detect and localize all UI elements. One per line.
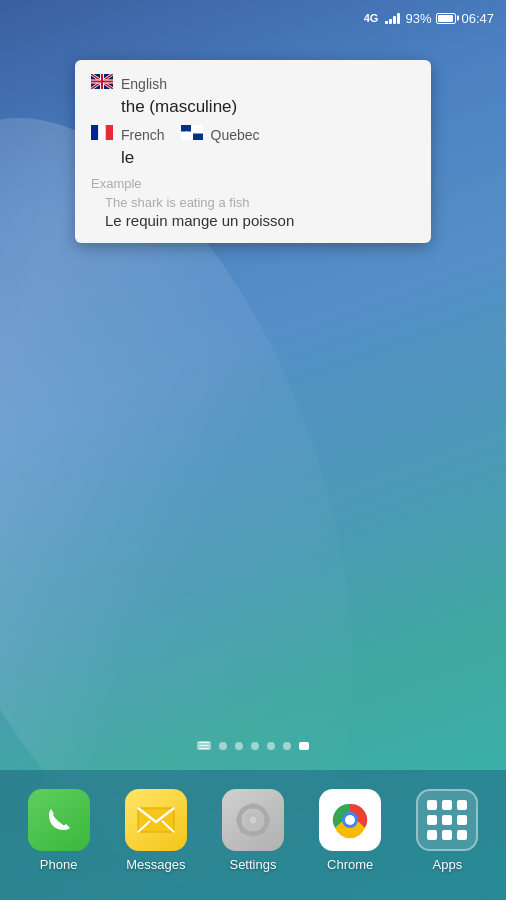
- french-flag-icon: [91, 125, 113, 144]
- network-type: 4G: [364, 12, 379, 24]
- target-lang2-label: Quebec: [211, 127, 260, 143]
- svg-point-38: [345, 815, 355, 825]
- dock-item-messages[interactable]: Messages: [125, 789, 187, 872]
- example-french: Le requin mange un poisson: [91, 212, 415, 229]
- phone-app-icon[interactable]: [28, 789, 90, 851]
- signal-strength: [385, 12, 400, 24]
- page-dot-0: [197, 741, 211, 750]
- phone-label: Phone: [40, 857, 78, 872]
- page-dot-6: [299, 742, 309, 750]
- page-dot-1: [219, 742, 227, 750]
- battery-percent: 93%: [405, 11, 431, 26]
- svg-rect-14: [192, 133, 203, 141]
- messages-app-icon[interactable]: [125, 789, 187, 851]
- apps-dot: [442, 830, 452, 840]
- page-dot-2: [235, 742, 243, 750]
- page-dot-4: [267, 742, 275, 750]
- svg-text:⚜: ⚜: [194, 126, 199, 132]
- source-lang-label: English: [121, 76, 167, 92]
- target-languages-row: French ⚜ ⚜ Quebec: [91, 125, 415, 144]
- svg-text:⚜: ⚜: [183, 130, 188, 136]
- apps-label: Apps: [433, 857, 463, 872]
- source-word: the (masculine): [91, 97, 415, 117]
- dock-item-apps[interactable]: Apps: [416, 789, 478, 872]
- battery-icon: [436, 13, 456, 24]
- target-lang1-label: French: [121, 127, 165, 143]
- apps-grid-dots: [421, 794, 473, 846]
- apps-dot: [457, 830, 467, 840]
- apps-dot: [427, 815, 437, 825]
- svg-rect-8: [91, 81, 113, 83]
- quebec-flag-icon: ⚜ ⚜: [181, 125, 203, 144]
- dock: Phone Messages: [0, 770, 506, 900]
- translation-card: English the (masculine) French ⚜ ⚜: [75, 60, 431, 243]
- source-language-row: English: [91, 74, 415, 93]
- apps-dot: [427, 800, 437, 810]
- dock-item-settings[interactable]: Settings: [222, 789, 284, 872]
- settings-app-icon[interactable]: [222, 789, 284, 851]
- chrome-label: Chrome: [327, 857, 373, 872]
- chrome-app-icon[interactable]: [319, 789, 381, 851]
- messages-label: Messages: [126, 857, 185, 872]
- target-word: le: [91, 148, 415, 168]
- apps-dot: [427, 830, 437, 840]
- example-label: Example: [91, 176, 415, 191]
- dock-item-chrome[interactable]: Chrome: [319, 789, 381, 872]
- svg-rect-11: [106, 125, 113, 140]
- page-dot-5: [283, 742, 291, 750]
- svg-point-36: [249, 816, 256, 823]
- dock-item-phone[interactable]: Phone: [28, 789, 90, 872]
- uk-flag-icon: [91, 74, 113, 93]
- svg-rect-10: [98, 125, 105, 140]
- apps-dot: [457, 815, 467, 825]
- status-bar: 4G 93% 06:47: [0, 0, 506, 36]
- apps-dot: [457, 800, 467, 810]
- apps-dot: [442, 815, 452, 825]
- example-english: The shark is eating a fish: [91, 195, 415, 210]
- clock: 06:47: [461, 11, 494, 26]
- svg-rect-9: [91, 125, 98, 140]
- apps-app-icon[interactable]: [416, 789, 478, 851]
- page-indicator: [0, 741, 506, 750]
- settings-label: Settings: [229, 857, 276, 872]
- page-dot-3: [251, 742, 259, 750]
- apps-dot: [442, 800, 452, 810]
